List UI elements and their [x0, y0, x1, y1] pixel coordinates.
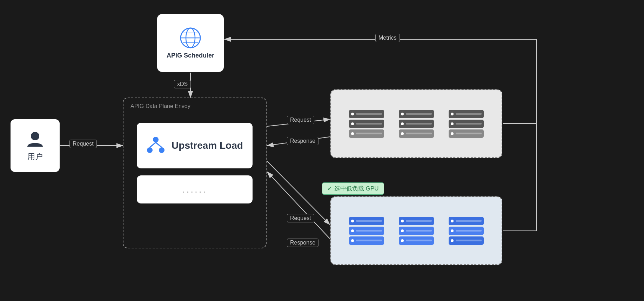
arrow-label-response-top: Response — [287, 137, 318, 145]
server-bar — [356, 123, 382, 125]
server-dot — [401, 220, 404, 222]
server-dot — [351, 239, 354, 242]
arrow-label-metrics: Metrics — [375, 34, 400, 42]
arrows-svg — [0, 0, 644, 301]
user-label: 用户 — [27, 152, 43, 162]
server-card-top-2 — [399, 110, 434, 138]
server-bar — [406, 123, 432, 125]
arrow-label-request-top: Request — [287, 116, 314, 124]
server-row — [399, 236, 434, 245]
selected-gpu-badge: ✓ 选中低负载 GPU — [322, 182, 384, 195]
server-row — [399, 217, 434, 225]
scheduler-box: APIG Scheduler — [157, 14, 224, 72]
server-row — [349, 120, 384, 128]
server-row — [349, 129, 384, 138]
envoy-box: APIG Data Plane Envoy — [123, 98, 267, 248]
server-bar — [406, 133, 432, 134]
server-dot — [451, 239, 454, 242]
user-icon — [25, 129, 45, 149]
server-row — [449, 129, 484, 138]
svg-point-21 — [147, 147, 153, 153]
server-cluster-bottom — [330, 196, 502, 265]
server-bar — [356, 133, 382, 134]
server-row — [399, 227, 434, 235]
svg-line-8 — [267, 172, 330, 239]
arrow-label-request-user: Request — [69, 140, 97, 148]
server-dot — [451, 122, 454, 125]
arrow-label-xds: xDS — [174, 80, 191, 88]
svg-line-24 — [156, 142, 162, 147]
scheduler-label: APIG Scheduler — [167, 52, 214, 59]
server-bar — [356, 220, 382, 222]
server-bar — [456, 133, 482, 134]
server-dot — [451, 132, 454, 135]
server-card-bottom-2 — [399, 217, 434, 245]
server-dot — [351, 132, 354, 135]
server-bar — [456, 230, 482, 232]
arrow-label-response-bottom: Response — [287, 239, 318, 247]
server-bar — [356, 240, 382, 241]
scheduler-globe-icon — [179, 27, 202, 49]
server-dot — [401, 239, 404, 242]
server-bar — [456, 220, 482, 222]
server-dot — [401, 122, 404, 125]
server-dot — [451, 220, 454, 222]
server-row — [449, 227, 484, 235]
server-bar — [456, 240, 482, 241]
server-bar — [406, 220, 432, 222]
server-dot — [451, 229, 454, 232]
server-row — [349, 217, 384, 225]
server-row — [349, 236, 384, 245]
server-card-top-3 — [449, 110, 484, 138]
server-dot — [451, 113, 454, 115]
server-card-bottom-3 — [449, 217, 484, 245]
server-bar — [356, 113, 382, 115]
server-dot — [401, 229, 404, 232]
server-bar — [406, 240, 432, 241]
server-dot — [351, 229, 354, 232]
server-bar — [456, 113, 482, 115]
server-row — [449, 110, 484, 118]
server-card-bottom-1 — [349, 217, 384, 245]
server-dot — [401, 113, 404, 115]
arrow-label-request-bottom: Request — [287, 214, 314, 222]
server-bar — [406, 113, 432, 115]
server-dot — [351, 122, 354, 125]
server-row — [399, 129, 434, 138]
dots-text: ...... — [182, 184, 207, 195]
server-row — [449, 217, 484, 225]
svg-point-20 — [153, 137, 159, 142]
svg-line-23 — [150, 142, 156, 147]
server-row — [449, 236, 484, 245]
server-bar — [406, 230, 432, 232]
server-dot — [401, 132, 404, 135]
upstream-icon — [146, 136, 165, 155]
server-row — [399, 110, 434, 118]
checkmark-icon: ✓ — [327, 185, 332, 192]
svg-point-14 — [31, 132, 39, 140]
server-card-top-1 — [349, 110, 384, 138]
badge-text: 选中低负载 GPU — [334, 185, 379, 193]
server-cluster-top — [330, 89, 502, 158]
server-dot — [351, 113, 354, 115]
server-row — [349, 227, 384, 235]
envoy-label: APIG Data Plane Envoy — [130, 103, 190, 109]
server-bar — [456, 123, 482, 125]
upstream-label: Upstream Load — [172, 140, 243, 151]
dots-box: ...... — [137, 175, 253, 203]
server-row — [399, 120, 434, 128]
server-row — [449, 120, 484, 128]
svg-point-22 — [159, 147, 165, 153]
server-dot — [351, 220, 354, 222]
server-row — [349, 110, 384, 118]
diagram-container: 用户 APIG Scheduler APIG Data Plane Envoy … — [0, 0, 644, 301]
server-bar — [356, 230, 382, 232]
upstream-load-box: Upstream Load — [137, 123, 253, 168]
user-box: 用户 — [11, 119, 60, 172]
